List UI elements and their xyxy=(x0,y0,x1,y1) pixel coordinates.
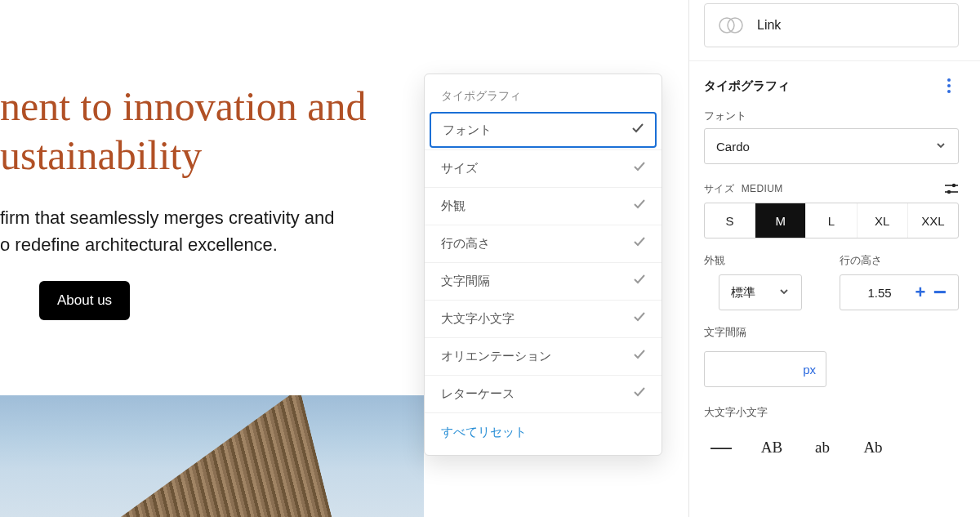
popover-item-3[interactable]: 行の高さ xyxy=(425,225,662,262)
lettercase-field-label: 大文字小文字 xyxy=(689,387,980,425)
typography-section-title: タイポグラフィ xyxy=(704,78,790,94)
link-style-card[interactable]: Link xyxy=(704,3,959,47)
check-icon xyxy=(632,197,647,216)
lettercase-option-3[interactable]: Ab xyxy=(859,439,887,457)
typography-options-popover: タイポグラフィ フォントサイズ外観行の高さ文字間隔大文字小文字オリエンテーション… xyxy=(424,74,662,456)
appearance-field-label: 外観 xyxy=(704,253,823,274)
appearance-value: 標準 xyxy=(731,285,755,301)
size-current-label: MEDIUM xyxy=(742,183,783,194)
letterspacing-input[interactable]: px xyxy=(704,351,826,387)
popover-item-label: 大文字小文字 xyxy=(441,311,514,327)
lettercase-option-1[interactable]: AB xyxy=(758,439,786,457)
size-option-xxl[interactable]: XXL xyxy=(908,203,958,238)
hero-image-roof xyxy=(0,395,333,517)
lineheight-stepper[interactable]: 1.55 + − xyxy=(840,274,959,310)
popover-heading: タイポグラフィ xyxy=(425,89,662,110)
popover-item-7[interactable]: レターケース xyxy=(425,375,662,412)
hero-image[interactable] xyxy=(0,395,424,517)
popover-item-label: フォント xyxy=(443,123,492,138)
popover-item-0[interactable]: フォント xyxy=(430,112,657,148)
link-icon xyxy=(716,11,746,40)
link-card-label: Link xyxy=(757,18,781,33)
popover-item-label: 行の高さ xyxy=(441,236,490,252)
lettercase-button-group: —ABabAb xyxy=(689,425,980,460)
check-icon xyxy=(632,272,647,291)
hero-heading[interactable]: nent to innovation and ustainability xyxy=(0,82,367,180)
settings-sidebar: Link タイポグラフィ フォント Cardo サイズ MEDIUM SM xyxy=(688,0,980,517)
svg-point-0 xyxy=(719,18,734,33)
reset-all-button[interactable]: すべてリセット xyxy=(425,412,662,455)
font-field-label: フォント xyxy=(689,100,980,128)
popover-item-1[interactable]: サイズ xyxy=(425,149,662,187)
about-us-button[interactable]: About us xyxy=(39,281,130,320)
hero-heading-line1: nent to innovation and xyxy=(0,83,367,129)
chevron-down-icon xyxy=(935,140,947,154)
svg-point-1 xyxy=(728,18,742,33)
size-button-group: SMLXLXXL xyxy=(704,203,959,238)
letterspacing-unit: px xyxy=(803,363,816,377)
popover-item-label: 外観 xyxy=(441,198,466,214)
size-option-m[interactable]: M xyxy=(755,203,806,238)
popover-item-label: サイズ xyxy=(441,161,478,176)
lineheight-increment[interactable]: + xyxy=(911,282,930,303)
check-icon xyxy=(632,234,647,253)
typography-more-menu[interactable] xyxy=(939,76,959,96)
svg-point-4 xyxy=(947,90,951,93)
sliders-icon[interactable] xyxy=(944,181,959,196)
check-icon xyxy=(632,385,647,403)
lettercase-option-0[interactable]: — xyxy=(707,435,735,460)
font-select[interactable]: Cardo xyxy=(704,128,959,164)
size-field-label: サイズ xyxy=(704,183,734,194)
popover-item-label: 文字間隔 xyxy=(441,274,490,289)
appearance-select[interactable]: 標準 xyxy=(719,274,802,310)
popover-item-label: オリエンテーション xyxy=(441,349,551,364)
size-option-l[interactable]: L xyxy=(806,203,857,238)
chevron-down-icon xyxy=(778,286,790,300)
popover-item-6[interactable]: オリエンテーション xyxy=(425,337,662,375)
svg-point-6 xyxy=(952,183,956,186)
check-icon xyxy=(632,159,647,178)
popover-items: フォントサイズ外観行の高さ文字間隔大文字小文字オリエンテーションレターケース xyxy=(425,112,662,412)
popover-item-2[interactable]: 外観 xyxy=(425,187,662,225)
svg-point-3 xyxy=(947,84,951,87)
hero-heading-line2: ustainability xyxy=(0,132,202,178)
popover-item-label: レターケース xyxy=(441,386,514,402)
size-option-xl[interactable]: XL xyxy=(858,203,908,238)
svg-point-8 xyxy=(947,189,951,193)
lineheight-value: 1.55 xyxy=(849,286,911,300)
size-option-s[interactable]: S xyxy=(705,203,755,238)
check-icon xyxy=(632,310,647,328)
hero-para-line1: firm that seamlessly merges creativity a… xyxy=(0,207,335,228)
hero-paragraph[interactable]: firm that seamlessly merges creativity a… xyxy=(0,204,335,258)
font-select-value: Cardo xyxy=(716,140,750,154)
lettercase-option-2[interactable]: ab xyxy=(808,439,836,457)
lineheight-decrement[interactable]: − xyxy=(930,287,950,298)
popover-item-4[interactable]: 文字間隔 xyxy=(425,262,662,300)
popover-item-5[interactable]: 大文字小文字 xyxy=(425,300,662,337)
check-icon xyxy=(632,347,647,366)
hero-para-line2: o redefine architectural excellence. xyxy=(0,234,278,255)
letterspacing-field-label: 文字間隔 xyxy=(689,310,980,345)
lineheight-field-label: 行の高さ xyxy=(840,253,959,274)
svg-point-2 xyxy=(947,78,951,82)
check-icon xyxy=(630,121,645,140)
